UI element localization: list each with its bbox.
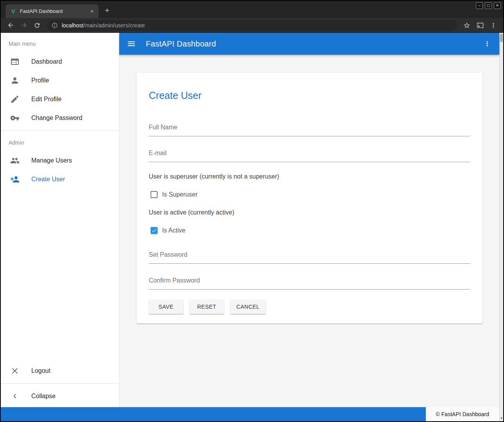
create-user-card: Create User User is superuser (currently… [136, 73, 482, 324]
tab-close-icon[interactable]: × [88, 8, 95, 15]
is-superuser-label: Is Superuser [162, 191, 198, 198]
tab-strip: V FastAPI Dashboard × + – ▢ ✕ [1, 1, 503, 18]
sidebar-spacer [1, 189, 119, 361]
superuser-status-text: User is superuser (currently is not a su… [149, 173, 470, 180]
sidebar-item-label: Manage Users [31, 157, 72, 164]
footer-copyright: © FastAPI Dashboard [426, 407, 499, 421]
sidebar-header-admin: Admin [1, 134, 119, 151]
browser-menu-kebab-icon[interactable] [488, 20, 499, 31]
chevron-left-icon [10, 392, 20, 401]
app-footer: © FastAPI Dashboard [1, 407, 499, 421]
sidebar-item-logout[interactable]: Logout [1, 361, 119, 380]
browser-scrollbar[interactable]: ▼ [499, 33, 503, 421]
tab-title: FastAPI Dashboard [20, 9, 85, 14]
sidebar-item-label: Edit Profile [31, 96, 61, 103]
browser-window: V FastAPI Dashboard × + – ▢ ✕ localhost/… [1, 1, 503, 421]
sidebar-header-main-menu: Main menu [1, 35, 119, 52]
dashboard-web-icon [10, 57, 20, 66]
sidebar-divider [1, 383, 119, 384]
info-icon[interactable] [52, 22, 58, 29]
app-bar-title: FastAPI Dashboard [146, 39, 216, 48]
sidebar-item-dashboard[interactable]: Dashboard [1, 52, 119, 71]
email-field-wrap [149, 148, 470, 162]
sidebar-item-label: Collapse [31, 393, 56, 400]
footer-blue-band [1, 407, 426, 421]
person-add-icon [10, 175, 20, 184]
url-text: localhost/main/admin/users/create [62, 22, 145, 29]
cast-icon[interactable] [474, 20, 486, 31]
window-controls: – ▢ ✕ [476, 2, 501, 9]
cancel-button[interactable]: CANCEL [230, 300, 266, 314]
sidebar: Main menu Dashboard Profile [1, 33, 119, 407]
new-tab-button[interactable]: + [102, 5, 113, 16]
confirm-password-field-wrap [149, 275, 470, 290]
browser-toolbar: localhost/main/admin/users/create [1, 18, 503, 33]
group-icon [10, 156, 20, 165]
form-actions: SAVE RESET CANCEL [149, 300, 470, 314]
sidebar-item-edit-profile[interactable]: Edit Profile [1, 90, 119, 109]
hamburger-menu-icon[interactable] [126, 38, 137, 50]
full-name-input[interactable] [149, 122, 470, 136]
maximize-button[interactable]: ▢ [485, 2, 492, 9]
url-host: localhost [62, 22, 83, 29]
sidebar-item-manage-users[interactable]: Manage Users [1, 151, 119, 170]
close-window-button[interactable]: ✕ [494, 2, 501, 9]
close-x-icon [10, 366, 20, 376]
sidebar-item-collapse[interactable]: Collapse [1, 387, 119, 406]
sidebar-divider [1, 131, 119, 131]
sidebar-item-label: Logout [31, 367, 50, 374]
vuetify-favicon-icon: V [10, 8, 16, 14]
set-password-input[interactable] [149, 250, 470, 264]
app-bar-kebab-icon[interactable] [481, 38, 493, 50]
forward-icon[interactable] [18, 20, 30, 31]
sidebar-item-profile[interactable]: Profile [1, 71, 119, 90]
is-active-label: Is Active [162, 227, 186, 234]
sidebar-item-label: Create User [31, 176, 65, 183]
url-path: /main/admin/users/create [83, 22, 145, 29]
back-icon[interactable] [5, 20, 16, 31]
key-icon [10, 113, 20, 123]
bookmark-star-icon[interactable] [461, 20, 473, 31]
page-title: Create User [149, 90, 470, 101]
scrollbar-down-arrow-icon[interactable]: ▼ [500, 416, 503, 421]
browser-tab[interactable]: V FastAPI Dashboard × [5, 4, 99, 18]
sidebar-item-label: Change Password [31, 114, 83, 122]
save-button[interactable]: SAVE [149, 300, 183, 314]
is-superuser-checkbox[interactable] [151, 191, 158, 198]
reset-button[interactable]: RESET [190, 300, 224, 314]
active-status-text: User is active (currently active) [149, 209, 470, 216]
is-active-row[interactable]: Is Active [149, 227, 470, 234]
email-input[interactable] [149, 148, 470, 162]
is-superuser-row[interactable]: Is Superuser [149, 191, 470, 198]
confirm-password-input[interactable] [149, 275, 470, 290]
minimize-button[interactable]: – [476, 2, 483, 9]
main-area: FastAPI Dashboard Create User [119, 33, 499, 407]
address-bar[interactable]: localhost/main/admin/users/create [47, 20, 457, 31]
sidebar-item-change-password[interactable]: Change Password [1, 109, 119, 127]
set-password-field-wrap [149, 250, 470, 264]
pencil-icon [10, 95, 20, 104]
reload-icon[interactable] [31, 20, 43, 31]
full-name-field-wrap [149, 122, 470, 136]
sidebar-item-label: Dashboard [31, 58, 62, 65]
person-icon [10, 76, 20, 85]
page-content: Create User User is superuser (currently… [119, 55, 499, 407]
app-bar: FastAPI Dashboard [119, 33, 499, 55]
sidebar-item-label: Profile [31, 77, 49, 84]
sidebar-item-create-user[interactable]: Create User [1, 170, 119, 189]
is-active-checkbox[interactable] [151, 227, 158, 234]
scrollbar-thumb[interactable] [500, 34, 503, 42]
